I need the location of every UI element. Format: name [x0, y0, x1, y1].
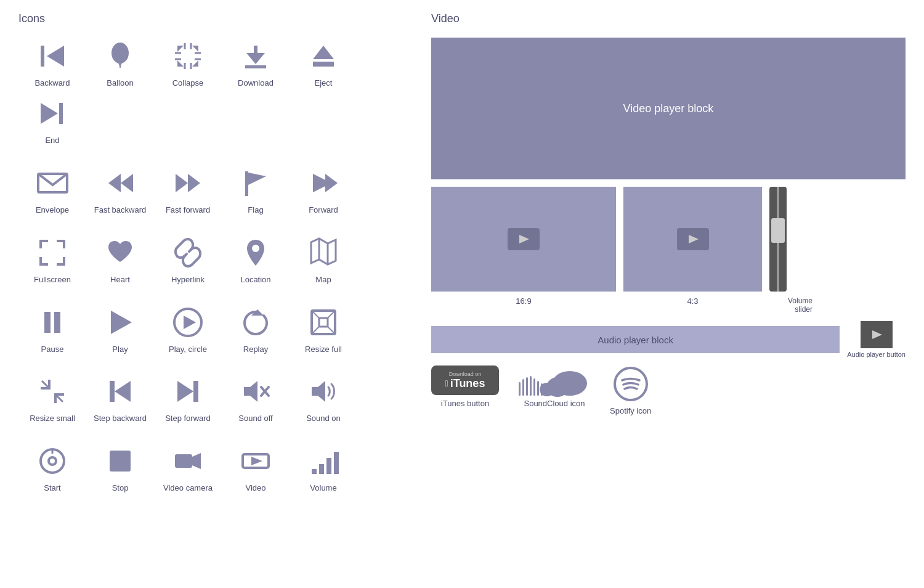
volume-slider-container [769, 187, 787, 292]
svg-rect-38 [54, 312, 60, 333]
resize-full-icon-item: Resize full [290, 304, 357, 355]
icons-title: Icons [18, 12, 407, 25]
play-circle-icon-item: Play, circle [154, 304, 222, 355]
itunes-download-text: Download on [449, 371, 482, 377]
eject-icon-item: Eject [290, 38, 357, 89]
svg-marker-51 [115, 381, 131, 402]
volume-slider-thumb [771, 218, 785, 243]
play-icon-item: Play [86, 304, 154, 355]
video-labels-row: 16:9 4:3 Volume slider [431, 296, 906, 314]
envelope-icon [34, 165, 71, 202]
volume-icon [305, 443, 342, 480]
eject-icon [305, 38, 342, 75]
end-icon-item: End [18, 95, 86, 146]
soundcloud-label: SoundCloud icon [524, 399, 585, 408]
svg-marker-71 [689, 235, 699, 243]
video-icon [237, 443, 274, 480]
step-backward-icon [102, 373, 139, 410]
video-player-label: Video player block [623, 102, 714, 115]
start-icon-item: Start [18, 443, 86, 494]
svg-marker-32 [325, 174, 338, 192]
step-forward-icon [169, 373, 206, 410]
icon-row-5: Resize small Step backward [18, 373, 407, 430]
svg-rect-68 [326, 458, 331, 474]
itunes-button[interactable]: Download on  iTunes [431, 365, 499, 395]
svg-marker-25 [108, 174, 121, 192]
audio-player-btn-label: Audio player button [847, 351, 906, 358]
video-title: Video [431, 12, 906, 25]
video-camera-icon [169, 443, 206, 480]
svg-rect-78 [526, 377, 528, 396]
audio-player-label: Audio player block [598, 335, 673, 345]
sound-off-icon [237, 373, 274, 410]
icon-row-1: Backward Balloon [18, 38, 407, 152]
soundcloud-service-item: SoundCloud icon [517, 365, 591, 408]
audio-player-button[interactable] [861, 321, 893, 348]
svg-rect-82 [541, 383, 543, 396]
svg-marker-28 [188, 174, 200, 192]
location-icon [237, 234, 274, 271]
svg-rect-79 [530, 376, 532, 396]
forward-icon [305, 165, 342, 202]
svg-marker-55 [244, 381, 257, 402]
svg-rect-80 [533, 378, 535, 396]
video-16-label: 16:9 [431, 296, 616, 314]
svg-rect-77 [522, 379, 524, 396]
svg-point-59 [49, 457, 56, 465]
svg-marker-27 [176, 174, 188, 192]
svg-rect-21 [313, 62, 334, 67]
svg-rect-67 [319, 464, 324, 474]
svg-marker-65 [251, 457, 262, 465]
svg-marker-17 [246, 53, 265, 64]
resize-small-icon-item: Resize small [18, 373, 86, 424]
svg-marker-34 [311, 239, 336, 264]
svg-rect-23 [59, 103, 63, 124]
location-icon-item: Location [222, 234, 290, 285]
download-icon [237, 38, 274, 75]
heart-icon-item: Heart [86, 234, 154, 285]
svg-marker-7 [177, 60, 184, 67]
collapse-icon [169, 38, 206, 75]
map-icon [305, 234, 342, 271]
replay-icon-item: Replay [222, 304, 290, 355]
video-thumb-16-9 [431, 187, 616, 292]
fast-forward-icon-item: Fast forward [154, 165, 222, 216]
fullscreen-icon [34, 234, 71, 271]
video-section: Video Video player block [431, 12, 906, 512]
svg-point-2 [111, 43, 129, 63]
stop-icon-item: Stop [86, 443, 154, 494]
svg-marker-72 [872, 330, 882, 339]
svg-rect-66 [312, 469, 317, 474]
audio-player-row: Audio player block Audio player button [431, 321, 906, 358]
end-icon [34, 95, 71, 132]
svg-marker-58 [312, 381, 325, 402]
svg-rect-69 [334, 452, 339, 474]
icon-row-2: Envelope Fast backward [18, 165, 407, 222]
soundcloud-icon [517, 365, 591, 395]
replay-icon [237, 304, 274, 341]
svg-marker-22 [41, 103, 58, 124]
volume-icon-item: Volume [290, 443, 357, 494]
svg-marker-20 [313, 46, 334, 59]
audio-player-block: Audio player block [431, 326, 840, 353]
volume-slider[interactable] [769, 187, 787, 292]
svg-marker-63 [192, 453, 201, 469]
svg-rect-18 [254, 46, 257, 54]
itunes-name: iTunes [450, 377, 485, 390]
play-icon [102, 304, 139, 341]
itunes-service-item: Download on  iTunes iTunes button [431, 365, 499, 408]
resize-full-icon [305, 304, 342, 341]
svg-marker-5 [177, 46, 184, 52]
service-icons-row: Download on  iTunes iTunes button [431, 365, 906, 415]
download-icon-item: Download [222, 38, 290, 89]
forward-icon-item: Forward [290, 165, 357, 216]
svg-rect-54 [193, 381, 198, 402]
start-icon [34, 443, 71, 480]
backward-icon [34, 38, 71, 75]
envelope-icon-item: Envelope [18, 165, 86, 216]
icon-row-3: Fullscreen Heart Hyperl [18, 234, 407, 292]
svg-marker-41 [184, 316, 196, 329]
spotify-service-item: Spotify icon [610, 365, 651, 415]
pause-icon [34, 304, 71, 341]
svg-rect-37 [44, 312, 51, 333]
